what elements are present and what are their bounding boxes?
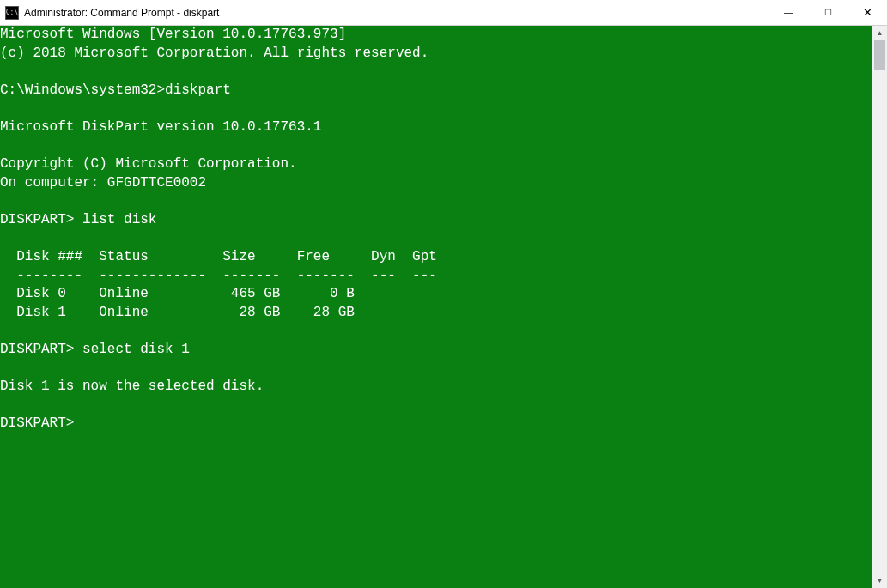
diskpart-prompt: DISKPART> <box>0 212 74 227</box>
diskpart-copyright: Copyright (C) Microsoft Corporation. <box>0 156 297 172</box>
diskpart-version: Microsoft DiskPart version 10.0.17763.1 <box>0 119 321 135</box>
terminal-container: Microsoft Windows [Version 10.0.17763.97… <box>0 26 887 588</box>
disk-table-row: Disk 0 Online 465 GB 0 B <box>0 286 421 301</box>
disk-table-header: Disk ### Status Size Free Dyn Gpt <box>0 249 437 264</box>
window-controls: — ☐ ✕ <box>769 0 887 25</box>
window-title: Administrator: Command Prompt - diskpart <box>24 7 769 19</box>
disk-table-separator: -------- ------------- ------- ------- -… <box>0 268 437 283</box>
titlebar[interactable]: C:\ Administrator: Command Prompt - disk… <box>0 0 887 26</box>
scroll-up-arrow-icon[interactable]: ▲ <box>872 26 887 40</box>
diskpart-command: select disk 1 <box>82 342 190 357</box>
scrollbar-track[interactable] <box>872 40 887 573</box>
cmd-command: diskpart <box>165 82 231 98</box>
terminal-output[interactable]: Microsoft Windows [Version 10.0.17763.97… <box>0 26 872 588</box>
diskpart-prompt: DISKPART> <box>0 415 74 431</box>
vertical-scrollbar[interactable]: ▲ ▼ <box>872 26 887 588</box>
scrollbar-thumb[interactable] <box>874 40 885 70</box>
minimize-button[interactable]: — <box>769 0 808 25</box>
disk-table-row: Disk 1 Online 28 GB 28 GB <box>0 305 421 320</box>
windows-version-line: Microsoft Windows [Version 10.0.17763.97… <box>0 27 346 42</box>
maximize-button[interactable]: ☐ <box>808 0 848 25</box>
diskpart-command: list disk <box>82 212 156 227</box>
diskpart-result: Disk 1 is now the selected disk. <box>0 379 264 394</box>
diskpart-prompt: DISKPART> <box>0 342 74 357</box>
diskpart-computer: On computer: GFGDTTCE0002 <box>0 175 206 191</box>
cmd-prompt-path: C:\Windows\system32> <box>0 82 165 98</box>
scroll-down-arrow-icon[interactable]: ▼ <box>872 573 887 588</box>
cmd-icon: C:\ <box>5 6 19 20</box>
close-button[interactable]: ✕ <box>848 0 887 25</box>
windows-copyright-line: (c) 2018 Microsoft Corporation. All righ… <box>0 45 428 61</box>
